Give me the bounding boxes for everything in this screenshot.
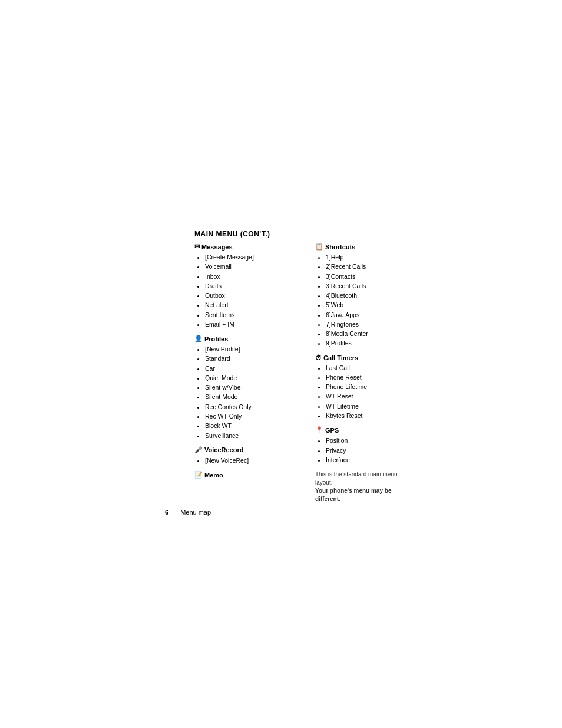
list-item: Inbox: [205, 272, 292, 281]
shortcuts-title: Shortcuts: [325, 243, 355, 251]
page-container: MAIN MENU (CON'T.) ✉ Messages [Create Me…: [0, 0, 562, 728]
list-item: Privacy: [326, 446, 412, 455]
profiles-section: 👤 Profiles [New Profile] Standard Car Qu…: [194, 335, 292, 440]
gps-section: 📍 GPS Position Privacy Interface: [315, 426, 412, 465]
voicerecord-icon: 🎤: [194, 446, 203, 454]
list-item: [Create Message]: [205, 252, 292, 262]
list-item: Position: [326, 436, 412, 445]
memo-header: 📝 Memo: [194, 471, 292, 479]
list-item: Phone Lifetime: [326, 382, 412, 391]
list-item: Voicemail: [205, 262, 292, 271]
list-item: Quiet Mode: [205, 373, 292, 383]
list-item: Rec WT Only: [205, 411, 292, 421]
list-item: Surveillance: [205, 431, 292, 440]
shortcuts-section: 📋 Shortcuts 1]Help 2]Recent Calls 3]Cont…: [315, 243, 412, 348]
list-item: Car: [205, 364, 292, 373]
messages-section: ✉ Messages [Create Message] Voicemail In…: [194, 243, 292, 329]
page-footer: 6 Menu map: [165, 509, 211, 516]
messages-icon: ✉: [194, 243, 200, 251]
voicerecord-list: [New VoiceRec]: [194, 456, 292, 465]
list-item: Email + IM: [205, 319, 292, 329]
list-item: 3]Recent Calls: [326, 281, 412, 291]
profiles-title: Profiles: [204, 335, 228, 342]
messages-title: Messages: [201, 243, 233, 251]
list-item: Block WT: [205, 421, 292, 430]
list-item: Silent w/Vibe: [205, 383, 292, 392]
list-item: 5]Web: [326, 300, 412, 309]
list-item: Interface: [326, 455, 412, 465]
call-timers-header: ⏱ Call Timers: [315, 354, 412, 361]
call-timers-list: Last Call Phone Reset Phone Lifetime WT …: [315, 363, 412, 421]
list-item: WT Reset: [326, 391, 412, 401]
gps-title: GPS: [325, 427, 339, 434]
shortcuts-list: 1]Help 2]Recent Calls 3]Contacts 3]Recen…: [315, 252, 412, 348]
memo-title: Memo: [204, 472, 223, 479]
call-timers-title: Call Timers: [323, 354, 358, 361]
profiles-header: 👤 Profiles: [194, 335, 292, 342]
shortcuts-header: 📋 Shortcuts: [315, 243, 412, 251]
voicerecord-section: 🎤 VoiceRecord [New VoiceRec]: [194, 446, 292, 465]
messages-header: ✉ Messages: [194, 243, 292, 251]
page-label: Menu map: [180, 509, 211, 516]
list-item: 2]Recent Calls: [326, 262, 412, 271]
gps-header: 📍 GPS: [315, 426, 412, 434]
list-item: Outbox: [205, 291, 292, 300]
list-item: Kbytes Reset: [326, 411, 412, 420]
messages-list: [Create Message] Voicemail Inbox Drafts …: [194, 252, 292, 329]
list-item: Silent Mode: [205, 392, 292, 401]
list-item: Last Call: [326, 363, 412, 373]
gps-list: Position Privacy Interface: [315, 436, 412, 465]
voicerecord-header: 🎤 VoiceRecord: [194, 446, 292, 454]
left-column: ✉ Messages [Create Message] Voicemail In…: [194, 243, 292, 485]
content-area: MAIN MENU (CON'T.) ✉ Messages [Create Me…: [194, 230, 548, 503]
main-title: MAIN MENU (CON'T.): [194, 230, 548, 238]
columns-wrapper: ✉ Messages [Create Message] Voicemail In…: [194, 243, 548, 503]
list-item: [New Profile]: [205, 344, 292, 354]
page-number: 6: [165, 509, 168, 516]
footer-bold-note: Your phone's menu may be different.: [315, 487, 391, 502]
memo-icon: 📝: [194, 471, 203, 479]
list-item: Standard: [205, 354, 292, 363]
voicerecord-title: VoiceRecord: [204, 446, 243, 453]
footer-standard-note: This is the standard main menu layout.: [315, 471, 398, 486]
list-item: Net alert: [205, 300, 292, 309]
list-item: 4]Bluetooth: [326, 291, 412, 300]
list-item: 7]Ringtones: [326, 319, 412, 329]
list-item: 6]Java Apps: [326, 310, 412, 319]
right-column: 📋 Shortcuts 1]Help 2]Recent Calls 3]Cont…: [315, 243, 412, 503]
list-item: 8]Media Center: [326, 329, 412, 338]
list-item: Rec Contcs Only: [205, 402, 292, 411]
list-item: 1]Help: [326, 252, 412, 262]
memo-section: 📝 Memo: [194, 471, 292, 479]
profiles-list: [New Profile] Standard Car Quiet Mode Si…: [194, 344, 292, 440]
list-item: Phone Reset: [326, 373, 412, 382]
list-item: WT Lifetime: [326, 401, 412, 411]
gps-icon: 📍: [315, 426, 323, 434]
shortcuts-icon: 📋: [315, 243, 323, 251]
footer-note: This is the standard main menu layout. Y…: [315, 470, 412, 503]
list-item: Sent Items: [205, 310, 292, 319]
list-item: 3]Contacts: [326, 272, 412, 281]
profiles-icon: 👤: [194, 335, 203, 342]
list-item: [New VoiceRec]: [205, 456, 292, 465]
call-timers-section: ⏱ Call Timers Last Call Phone Reset Phon…: [315, 354, 412, 421]
call-timers-icon: ⏱: [315, 354, 322, 361]
list-item: Drafts: [205, 281, 292, 291]
list-item: 9]Profiles: [326, 338, 412, 348]
